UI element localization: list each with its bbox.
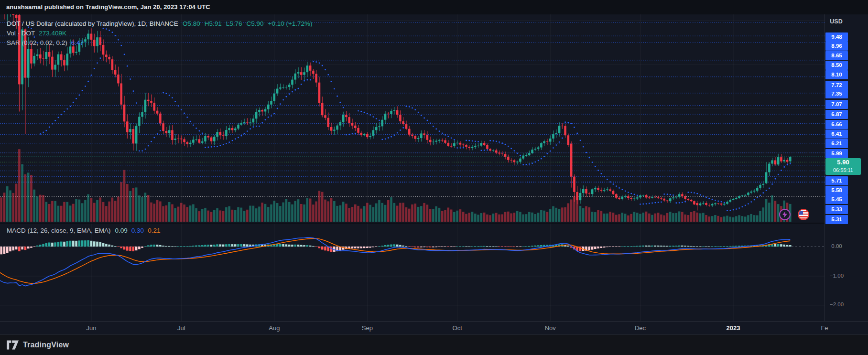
symbol-legend-row[interactable]: DOT / US Dollar (calculated by TradingVi… — [7, 19, 313, 29]
bar-countdown: 06:55:11 — [825, 167, 861, 173]
sar-value: 6.47 — [71, 39, 84, 46]
time-tick-Aug: Aug — [269, 322, 280, 335]
price-label-9.48: 9.48 — [825, 32, 848, 42]
price-label-5.45: 5.45 — [825, 195, 848, 204]
price-label-8.65: 8.65 — [825, 51, 848, 60]
price-scale[interactable]: USD 9.488.968.658.508.107.727.357.076.87… — [825, 14, 868, 321]
us-flag-event-icon[interactable] — [798, 209, 809, 220]
ohlc-values: O5.80H5.91L5.76C5.90 — [178, 20, 264, 27]
price-label-6.66: 6.66 — [825, 120, 848, 129]
volume-bars — [0, 149, 792, 222]
price-label-5.31: 5.31 — [825, 215, 848, 224]
time-tick-Dec: Dec — [635, 322, 646, 335]
published-text: anushsamal published on TradingView.com,… — [6, 3, 210, 11]
footer-bar: TradingView — [0, 334, 868, 355]
tradingview-snapshot: anushsamal published on TradingView.com,… — [0, 0, 868, 355]
symbol-title: DOT / US Dollar (calculated by TradingVi… — [7, 20, 178, 27]
price-label-5.71: 5.71 — [825, 176, 848, 185]
sar-legend-row[interactable]: SAR (0.02, 0.02, 0.2)6.47 — [7, 38, 313, 48]
price-label-8.96: 8.96 — [825, 42, 848, 51]
time-tick-2023: 2023 — [727, 322, 740, 335]
currency-label: USD — [825, 18, 847, 25]
change-value: +0.10 (+1.72%) — [268, 20, 313, 27]
time-tick-Oct: Oct — [453, 322, 462, 335]
price-label-6.41: 6.41 — [825, 129, 848, 139]
time-tick-Jul: Jul — [177, 322, 185, 335]
main-legend[interactable]: DOT / US Dollar (calculated by TradingVi… — [7, 19, 313, 48]
macd-chart-canvas[interactable] — [0, 224, 825, 321]
macd-label: MACD (12, 26, close, 9, EMA, EMA) — [7, 227, 111, 234]
macd-gridlines — [0, 224, 825, 321]
price-label-5.33: 5.33 — [825, 205, 848, 214]
tradingview-logo-icon — [7, 340, 19, 350]
price-label-7.35: 7.35 — [825, 89, 848, 98]
ohlc-token-h: H5.91 — [205, 20, 222, 27]
price-label-7.07: 7.07 — [825, 100, 848, 109]
price-label-6.21: 6.21 — [825, 139, 848, 148]
price-label-8.50: 8.50 — [825, 61, 848, 70]
sar-label: SAR (0.02, 0.02, 0.2) — [7, 39, 67, 46]
published-bar: anushsamal published on TradingView.com,… — [0, 0, 868, 14]
time-tick-Sep: Sep — [362, 322, 373, 335]
ohlc-token-c: C5.90 — [247, 20, 264, 27]
current-price: 5.90 — [825, 158, 861, 167]
price-label-5.99: 5.99 — [825, 149, 848, 158]
volume-value: 273.409K — [39, 30, 66, 37]
macd-signal-value: 0.21 — [148, 227, 160, 234]
time-tick-Feb: Feb — [821, 322, 828, 335]
time-axis[interactable]: JunJulAugSepOctNovDec2023Feb — [0, 321, 868, 335]
macd-scale-label: −1.00 — [825, 273, 848, 279]
price-label-5.58: 5.58 — [825, 186, 848, 195]
tradingview-wordmark: TradingView — [23, 341, 69, 349]
volume-legend-row[interactable]: Vol · DOT273.409K — [7, 29, 313, 38]
price-label-6.87: 6.87 — [825, 110, 848, 119]
ohlc-token-l: L5.76 — [226, 20, 242, 27]
volume-label: Vol · DOT — [7, 30, 35, 37]
time-tick-Nov: Nov — [545, 322, 556, 335]
macd-legend-row[interactable]: MACD (12, 26, close, 9, EMA, EMA)0.090.3… — [7, 226, 160, 235]
macd-scale-label: 0.00 — [825, 243, 848, 249]
tradingview-logo[interactable]: TradingView — [7, 340, 69, 350]
lightning-event-icon[interactable] — [779, 209, 791, 220]
price-label-7.72: 7.72 — [825, 81, 848, 90]
time-tick-Jun: Jun — [87, 322, 97, 335]
time-ticks: JunJulAugSepOctNovDec2023Feb — [0, 322, 828, 335]
macd-scale-label: −2.00 — [825, 301, 848, 307]
macd-line-value: 0.30 — [131, 227, 144, 234]
ohlc-token-o: O5.80 — [183, 20, 200, 27]
price-label-8.10: 8.10 — [825, 70, 848, 79]
macd-hist-value: 0.09 — [115, 227, 128, 234]
current-price-badge: 5.90 06:55:11 — [825, 158, 861, 175]
